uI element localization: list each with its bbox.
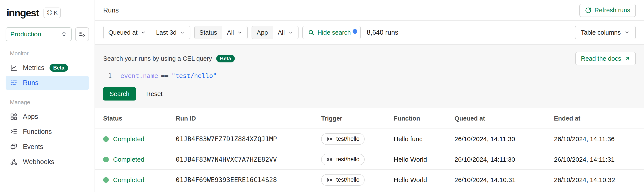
search-icon xyxy=(308,29,314,36)
column-header-trigger: Trigger xyxy=(321,115,394,122)
status-cell: Completed xyxy=(103,176,176,184)
notification-dot xyxy=(352,29,357,34)
environment-settings-button[interactable] xyxy=(75,27,89,41)
main-content: Runs Refresh runs Queued at Last 3d Stat… xyxy=(95,0,644,192)
app-filter-dropdown[interactable]: All xyxy=(273,26,298,39)
runs-icon xyxy=(10,79,18,87)
table-row[interactable]: Completed 01JB4F69WE9393EERE16C14S28 tes… xyxy=(95,170,644,190)
run-id-cell: 01JB4F69WE9393EERE16C14S28 xyxy=(176,176,321,184)
token-property: name xyxy=(143,72,158,80)
column-header-queued-at: Queued at xyxy=(454,115,554,122)
trigger-cell: test/hello xyxy=(321,174,394,186)
token-string: "test/hello" xyxy=(172,72,217,80)
search-panel-header: Search your runs by using a CEL query Be… xyxy=(103,52,636,65)
app-filter: App All xyxy=(252,26,298,40)
ended-at-cell: 26/10/2024, 14:11:31 xyxy=(554,156,636,163)
cel-search-panel: Search your runs by using a CEL query Be… xyxy=(95,44,644,108)
token-object: event xyxy=(120,72,139,80)
time-field-dropdown[interactable]: Queued at xyxy=(104,26,151,39)
token-dot: . xyxy=(139,72,143,80)
chevron-down-icon xyxy=(180,30,185,35)
search-panel-title: Search your runs by using a CEL query xyxy=(103,55,212,62)
sidebar-item-events[interactable]: Events xyxy=(6,140,89,154)
runs-table-header: Status Run ID Trigger Function Queued at… xyxy=(95,108,644,129)
runs-count: 8,640 runs xyxy=(367,29,398,36)
page-header: Runs Refresh runs xyxy=(95,0,644,21)
search-button[interactable]: Search xyxy=(103,87,136,100)
sidebar: inngest ⌘ K Production Monitor Metrics B… xyxy=(0,0,95,192)
page-title: Runs xyxy=(103,6,119,14)
functions-icon xyxy=(10,128,18,136)
line-number: 1 xyxy=(106,72,112,80)
environment-row: Production xyxy=(6,27,89,41)
hide-search-label: Hide search xyxy=(318,29,351,36)
updown-chevron-icon xyxy=(61,31,67,37)
column-header-status: Status xyxy=(103,115,176,122)
app-filter-label: App xyxy=(252,26,273,39)
queued-at-cell: 26/10/2024, 14:10:31 xyxy=(454,176,554,184)
event-trigger-icon xyxy=(326,157,333,162)
events-icon xyxy=(10,143,18,151)
queued-at-cell: 26/10/2024, 14:11:30 xyxy=(454,156,554,163)
table-row[interactable]: Completed 01JB4F83W7N4HVXC7A7HZE82VV tes… xyxy=(95,150,644,170)
runs-table-body: Completed 01JB4F83W7FZ7D1Z884XZQJ1MP tes… xyxy=(95,129,644,190)
read-the-docs-button[interactable]: Read the docs xyxy=(575,52,636,65)
search-panel-title-group: Search your runs by using a CEL query Be… xyxy=(103,55,235,62)
metrics-beta-badge: Beta xyxy=(50,64,68,72)
run-id-cell: 01JB4F83W7N4HVXC7A7HZE82VV xyxy=(176,156,321,163)
run-id-cell: 01JB4F83W7FZ7D1Z884XZQJ1MP xyxy=(176,135,321,143)
command-k-shortcut[interactable]: ⌘ K xyxy=(44,8,61,18)
time-filter: Queued at Last 3d xyxy=(103,26,190,40)
status-label: Completed xyxy=(113,176,144,184)
sidebar-item-apps[interactable]: Apps xyxy=(6,110,89,124)
refresh-runs-button[interactable]: Refresh runs xyxy=(580,4,636,17)
status-filter-dropdown[interactable]: All xyxy=(222,26,247,39)
app-filter-value: All xyxy=(278,29,285,36)
refresh-icon xyxy=(585,7,592,14)
sidebar-item-label: Runs xyxy=(23,79,38,87)
cel-query-editor[interactable]: 1 event.name=="test/hello" xyxy=(103,72,636,80)
time-range-value: Last 3d xyxy=(156,29,176,36)
status-completed-dot xyxy=(103,177,109,183)
event-trigger-icon xyxy=(326,178,333,182)
sidebar-item-functions[interactable]: Functions xyxy=(6,125,89,139)
trigger-event-name: test/hello xyxy=(336,156,360,163)
status-label: Completed xyxy=(113,136,144,143)
search-panel-actions: Search Reset xyxy=(103,87,636,100)
logo-row: inngest ⌘ K xyxy=(6,7,89,19)
app-root: inngest ⌘ K Production Monitor Metrics B… xyxy=(0,0,644,192)
environment-selector[interactable]: Production xyxy=(6,27,72,41)
column-header-run-id: Run ID xyxy=(176,115,321,122)
table-columns-label: Table columns xyxy=(581,29,621,36)
trigger-event-name: test/hello xyxy=(336,176,360,183)
status-filter-label: Status xyxy=(195,26,222,39)
sidebar-section-manage: Manage xyxy=(10,99,89,106)
sidebar-item-metrics[interactable]: Metrics Beta xyxy=(6,61,89,75)
hide-search-button[interactable]: Hide search xyxy=(302,26,361,40)
trigger-event-pill[interactable]: test/hello xyxy=(321,154,365,165)
status-completed-dot xyxy=(103,157,109,162)
ended-at-cell: 26/10/2024, 14:10:32 xyxy=(554,176,636,184)
read-the-docs-label: Read the docs xyxy=(581,55,621,62)
table-row[interactable]: Completed 01JB4F83W7FZ7D1Z884XZQJ1MP tes… xyxy=(95,129,644,150)
column-header-function: Function xyxy=(394,115,454,122)
trigger-event-name: test/hello xyxy=(336,136,360,142)
sidebar-item-label: Events xyxy=(23,143,43,151)
token-operator: == xyxy=(161,72,169,80)
cel-query-line: event.name=="test/hello" xyxy=(120,72,217,80)
sidebar-item-webhooks[interactable]: Webhooks xyxy=(6,155,89,169)
table-columns-button[interactable]: Table columns xyxy=(575,26,636,40)
function-cell: Hello func xyxy=(394,136,454,143)
queued-at-cell: 26/10/2024, 14:11:30 xyxy=(454,136,554,143)
chevron-down-icon xyxy=(140,30,146,35)
search-beta-badge: Beta xyxy=(216,55,235,62)
function-cell: Hello World xyxy=(394,156,454,163)
time-field-value: Queued at xyxy=(108,29,138,36)
time-range-dropdown[interactable]: Last 3d xyxy=(151,26,190,39)
function-cell: Hello World xyxy=(394,176,454,184)
trigger-event-pill[interactable]: test/hello xyxy=(321,174,365,186)
reset-button[interactable]: Reset xyxy=(146,90,162,98)
sidebar-item-runs[interactable]: Runs xyxy=(6,76,89,90)
status-completed-dot xyxy=(103,136,109,142)
trigger-event-pill[interactable]: test/hello xyxy=(321,133,365,145)
